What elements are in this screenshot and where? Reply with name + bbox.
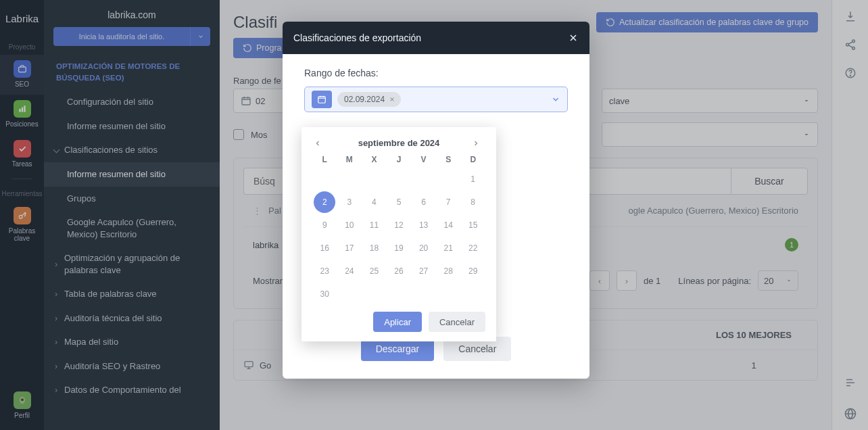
chevron-right-icon (472, 139, 480, 147)
calendar-day[interactable]: 17 (337, 240, 362, 256)
calendar-next[interactable] (472, 139, 484, 147)
date-chip-remove[interactable] (389, 96, 395, 103)
calendar-day[interactable]: 5 (387, 194, 412, 210)
calendar-icon (317, 95, 327, 104)
chevron-left-icon (314, 139, 322, 147)
calendar-day[interactable]: 7 (436, 194, 461, 210)
calendar-dow: J (387, 155, 412, 164)
calendar-day[interactable]: 22 (460, 240, 485, 256)
calendar-day[interactable]: 29 (460, 263, 485, 279)
calendar-day[interactable]: 21 (436, 240, 461, 256)
calendar-day[interactable]: 18 (362, 240, 387, 256)
chevron-down-icon (551, 95, 560, 104)
calendar-day[interactable]: 16 (312, 240, 337, 256)
close-icon (568, 32, 579, 43)
calendar-cancel-button[interactable]: Cancelar (429, 312, 485, 332)
modal-range-label: Rango de fechas: (304, 68, 568, 78)
date-chip: 02.09.2024 (337, 92, 401, 107)
calendar-popover: septiembre de 2024 LMXJVSD12345678910111… (302, 127, 496, 341)
svg-rect-16 (318, 97, 326, 103)
calendar-button[interactable] (312, 91, 332, 108)
modal-title: Clasificaciones de exportación (293, 32, 421, 43)
calendar-day[interactable]: 20 (411, 240, 436, 256)
calendar-day[interactable]: 12 (387, 217, 412, 233)
calendar-day[interactable]: 8 (460, 194, 485, 210)
date-chip-value: 02.09.2024 (344, 95, 385, 104)
calendar-dow: D (460, 155, 485, 164)
calendar-dow: L (312, 155, 337, 164)
calendar-day[interactable]: 27 (411, 263, 436, 279)
modal-date-select[interactable]: 02.09.2024 (304, 87, 568, 112)
calendar-dow: X (362, 155, 387, 164)
calendar-day[interactable]: 30 (312, 286, 337, 302)
calendar-prev[interactable] (314, 139, 326, 147)
calendar-day[interactable]: 24 (337, 263, 362, 279)
calendar-dow: S (436, 155, 461, 164)
calendar-day[interactable]: 2 (314, 191, 335, 213)
calendar-day[interactable]: 3 (337, 194, 362, 210)
calendar-grid: LMXJVSD123456789101112131415161718192021… (312, 155, 485, 302)
calendar-day[interactable]: 23 (312, 263, 337, 279)
calendar-apply-button[interactable]: Aplicar (373, 312, 422, 332)
calendar-day[interactable]: 25 (362, 263, 387, 279)
calendar-day[interactable]: 13 (411, 217, 436, 233)
calendar-day[interactable]: 9 (312, 217, 337, 233)
calendar-day[interactable]: 4 (362, 194, 387, 210)
close-icon (389, 96, 395, 103)
calendar-day[interactable]: 10 (337, 217, 362, 233)
calendar-day[interactable]: 28 (436, 263, 461, 279)
calendar-month: septiembre de 2024 (358, 138, 440, 148)
calendar-day[interactable]: 15 (460, 217, 485, 233)
calendar-day[interactable]: 14 (436, 217, 461, 233)
modal-close-button[interactable] (568, 32, 579, 43)
calendar-dow: V (411, 155, 436, 164)
calendar-dow: M (337, 155, 362, 164)
date-select-caret[interactable] (551, 95, 560, 104)
calendar-day[interactable]: 1 (460, 171, 485, 187)
calendar-day[interactable]: 26 (387, 263, 412, 279)
calendar-day[interactable]: 19 (387, 240, 412, 256)
calendar-day[interactable]: 6 (411, 194, 436, 210)
calendar-day[interactable]: 11 (362, 217, 387, 233)
